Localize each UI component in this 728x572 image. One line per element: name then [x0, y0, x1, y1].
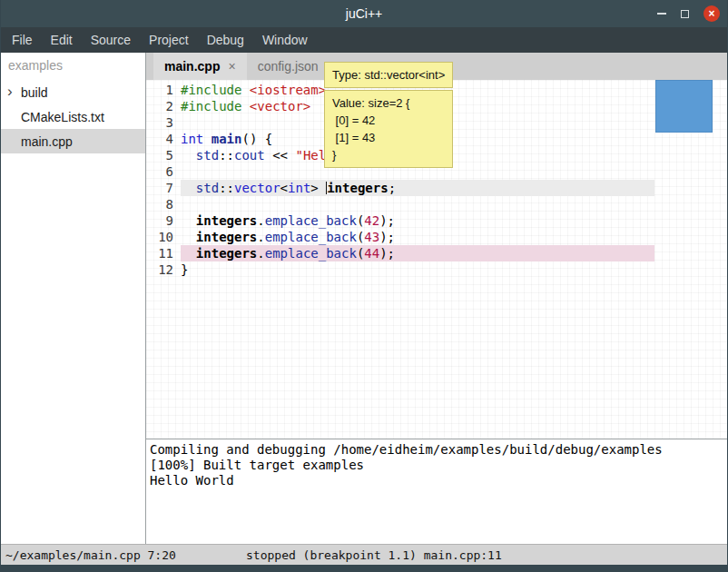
menu-debug[interactable]: Debug — [198, 28, 253, 52]
menubar: FileEditSourceProjectDebugWindow — [1, 27, 727, 53]
token: main — [212, 132, 242, 146]
tree-item-build[interactable]: ›build — [1, 80, 145, 104]
tree-item-cmakelists.txt[interactable]: CMakeLists.txt — [1, 104, 145, 129]
code-text[interactable]: } — [181, 261, 654, 278]
token: > — [310, 181, 326, 195]
tab-label: config.json — [258, 59, 319, 74]
code-line-12: 12} — [146, 261, 654, 278]
token: emplace_back — [265, 246, 357, 261]
line-number[interactable]: 5 — [146, 147, 181, 163]
window-title: juCi++ — [1, 6, 727, 21]
token — [181, 230, 196, 244]
token: #include — [181, 99, 250, 113]
code-text[interactable]: integers.emplace_back(43); — [181, 229, 654, 245]
statusbar: ~/examples/main.cpp 7:20 stopped (breakp… — [1, 544, 727, 565]
project-name: examples — [1, 53, 145, 80]
menu-window[interactable]: Window — [253, 28, 317, 52]
debug-tooltip: Type: std::vector<int> Value: size=2 { [… — [324, 62, 453, 168]
menu-project[interactable]: Project — [140, 28, 198, 52]
token: <vector> — [250, 99, 310, 113]
tooltip-value-line: Value: size=2 { — [332, 94, 445, 112]
token: <iostream> — [250, 83, 326, 97]
code-line-10: 10 integers.emplace_back(43); — [146, 229, 654, 245]
close-icon[interactable]: × — [703, 5, 720, 22]
output-terminal[interactable]: Compiling and debugging /home/eidheim/ex… — [146, 439, 727, 544]
token: emplace_back — [265, 230, 357, 244]
scroll-overview[interactable] — [654, 80, 727, 439]
token: int — [288, 181, 310, 195]
token — [181, 181, 196, 195]
scroll-thumb[interactable] — [655, 80, 713, 133]
line-number[interactable]: 12 — [146, 261, 181, 278]
token: < — [280, 181, 288, 195]
token: ; — [389, 181, 396, 195]
file-tree: ›buildCMakeLists.txtmain.cpp — [1, 80, 145, 153]
menu-edit[interactable]: Edit — [42, 28, 82, 52]
menu-source[interactable]: Source — [82, 28, 140, 52]
terminal-line: [100%] Built target examples — [150, 458, 723, 473]
tree-item-label: build — [21, 85, 48, 100]
token: std — [196, 148, 219, 163]
tab-label: main.cpp — [164, 59, 220, 74]
token: emplace_back — [265, 213, 357, 228]
tab-main.cpp[interactable]: main.cpp× — [153, 53, 247, 80]
code-text[interactable]: integers.emplace_back(42); — [181, 212, 654, 229]
line-number[interactable]: 1 — [146, 82, 181, 98]
tree-item-main.cpp[interactable]: main.cpp — [1, 129, 145, 153]
tab-close-icon[interactable]: × — [228, 59, 235, 74]
token: cout — [234, 148, 265, 163]
window-bottom-edge — [1, 565, 727, 572]
token: ); — [379, 213, 395, 228]
tree-item-label: main.cpp — [21, 134, 73, 149]
token: 44 — [364, 246, 379, 261]
line-number[interactable]: 11 — [146, 245, 181, 261]
token: ); — [379, 246, 395, 261]
code-text[interactable]: integers.emplace_back(44); — [181, 245, 654, 261]
line-number[interactable]: 7 — [146, 180, 181, 196]
tooltip-value-line: [1] = 43 — [332, 129, 445, 146]
token: int — [181, 132, 203, 146]
tree-item-label: CMakeLists.txt — [21, 110, 104, 124]
line-number[interactable]: 9 — [146, 212, 181, 229]
token: . — [257, 213, 264, 228]
juci-window: juCi++ × FileEditSourceProjectDebugWindo… — [0, 0, 728, 572]
token — [203, 132, 211, 146]
token: << — [265, 148, 296, 163]
line-number[interactable]: 4 — [146, 131, 181, 147]
minimize-icon[interactable] — [657, 13, 666, 15]
code-line-7: 7 std::vector<int> integers; — [146, 180, 654, 196]
tooltip-value-line: [0] = 42 — [332, 112, 445, 129]
code-text[interactable] — [181, 196, 654, 212]
token: integers — [196, 246, 257, 261]
token: } — [181, 262, 188, 277]
token: :: — [219, 181, 234, 195]
terminal-line: Compiling and debugging /home/eidheim/ex… — [150, 442, 723, 458]
cursor-location: ~/examples/main.cpp 7:20 — [5, 548, 176, 562]
menu-file[interactable]: File — [3, 28, 42, 52]
line-number[interactable]: 10 — [146, 229, 181, 245]
token: vector — [234, 181, 280, 195]
code-text[interactable]: std::vector<int> integers; — [181, 180, 654, 196]
token: . — [257, 230, 264, 244]
token: #include — [181, 83, 250, 97]
token: std — [196, 181, 219, 195]
token — [181, 148, 196, 163]
restore-icon[interactable] — [681, 10, 689, 18]
token: () { — [241, 132, 272, 146]
line-number[interactable]: 3 — [146, 114, 181, 131]
window-controls: × — [657, 0, 720, 27]
token: integers — [327, 181, 388, 195]
tooltip-value-box: Value: size=2 { [0] = 42 [1] = 43} — [324, 90, 453, 168]
line-number[interactable]: 2 — [146, 98, 181, 114]
token: integers — [196, 213, 257, 228]
token: "Hel — [295, 148, 326, 163]
token — [181, 213, 196, 228]
token: 42 — [364, 213, 379, 228]
titlebar[interactable]: juCi++ × — [1, 0, 727, 27]
tooltip-type: Type: std::vector<int> — [332, 66, 445, 84]
token — [181, 246, 196, 261]
expander-icon[interactable]: › — [7, 83, 13, 101]
line-number[interactable]: 8 — [146, 196, 181, 212]
line-number[interactable]: 6 — [146, 163, 181, 180]
code-line-9: 9 integers.emplace_back(42); — [146, 212, 654, 229]
